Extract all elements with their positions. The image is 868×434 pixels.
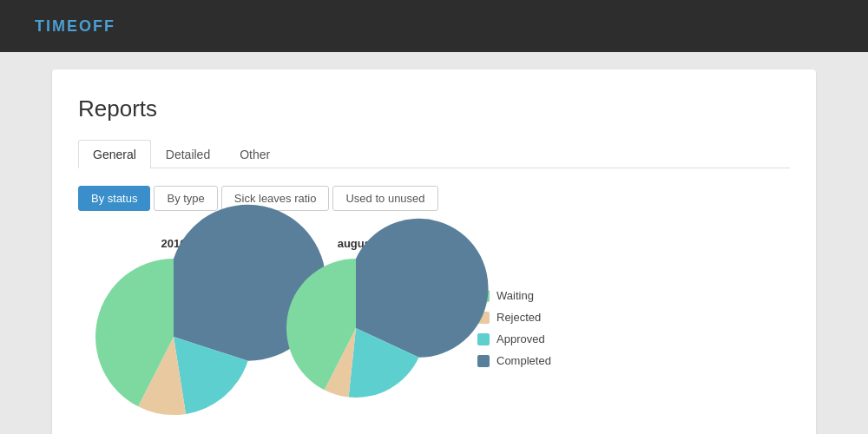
legend-item-rejected: Rejected — [477, 311, 551, 324]
legend-label-waiting: Waiting — [496, 289, 534, 302]
logo-text-part2: OFF — [79, 17, 115, 35]
legend-label-completed: Completed — [496, 354, 551, 367]
legend-swatch-completed — [477, 355, 490, 367]
legend-label-approved: Approved — [496, 332, 545, 345]
page-wrapper: Reports General Detailed Other By status… — [17, 52, 851, 434]
chart-2016: 2016 — [95, 237, 252, 415]
filter-row: By status By type Sick leaves ratio Used… — [78, 186, 790, 211]
legend-label-rejected: Rejected — [496, 311, 541, 324]
legend-item-completed: Completed — [477, 354, 551, 367]
tab-general[interactable]: General — [78, 140, 151, 168]
filter-by-status[interactable]: By status — [78, 186, 150, 211]
page-title: Reports — [78, 95, 790, 122]
slice-completed-aug — [356, 219, 489, 358]
app-header: TIMEOFF — [0, 0, 868, 52]
tab-detailed[interactable]: Detailed — [151, 140, 225, 168]
tabs-row: General Detailed Other — [78, 140, 790, 168]
filter-used-to-unused[interactable]: Used to unused — [332, 186, 437, 211]
tab-other[interactable]: Other — [225, 140, 285, 168]
app-logo: TIMEOFF — [35, 17, 115, 36]
legend-swatch-approved — [477, 333, 490, 345]
legend-item-waiting: Waiting — [477, 289, 551, 302]
charts-area: 2016 august — [78, 237, 790, 415]
main-card: Reports General Detailed Other By status… — [52, 69, 816, 434]
legend-item-approved: Approved — [477, 332, 551, 345]
chart-august: august — [286, 237, 425, 398]
logo-text-part1: TIME — [35, 17, 79, 35]
chart-legend: Waiting Rejected Approved Completed — [477, 289, 551, 367]
filter-by-type[interactable]: By type — [154, 186, 217, 211]
